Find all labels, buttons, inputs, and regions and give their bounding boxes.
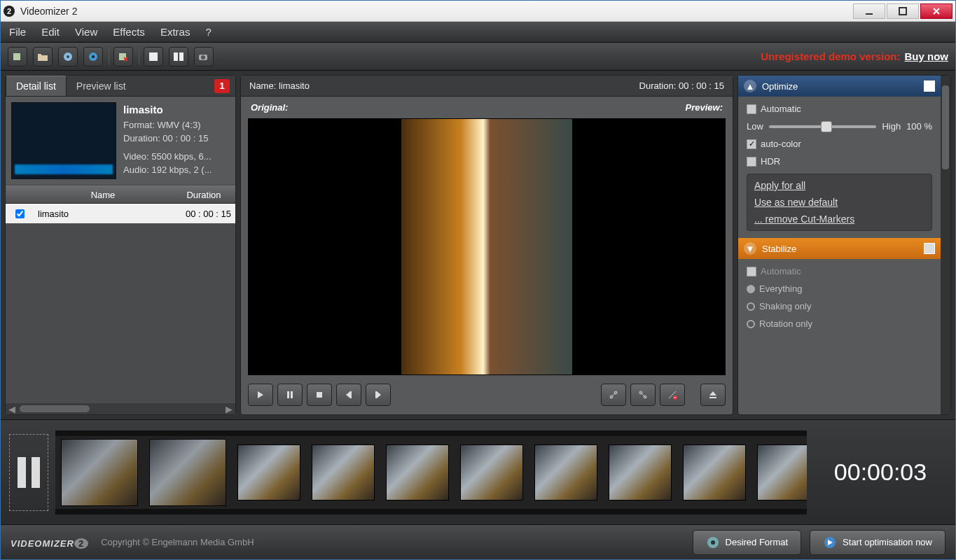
start-optimisation-button[interactable]: Start optimisation now bbox=[810, 530, 945, 555]
step-back-button[interactable] bbox=[336, 384, 361, 406]
filmstrip-frame[interactable] bbox=[683, 444, 746, 500]
maximize-button[interactable] bbox=[887, 4, 919, 19]
col-name[interactable]: Name bbox=[34, 190, 172, 200]
automatic-checkbox[interactable]: Automatic bbox=[747, 104, 932, 114]
filmstrip-frame[interactable] bbox=[61, 439, 138, 506]
stabilize-enable-checkbox[interactable] bbox=[924, 243, 935, 254]
col-duration[interactable]: Duration bbox=[172, 190, 235, 200]
titlebar: 2 Videomizer 2 bbox=[1, 1, 955, 22]
toolbar-split-view-icon[interactable] bbox=[169, 47, 188, 66]
percent-label: 100 % bbox=[906, 121, 932, 132]
low-label: Low bbox=[747, 121, 763, 132]
svg-rect-16 bbox=[350, 391, 352, 398]
detail-item[interactable]: limasito Format: WMV (4:3) Duration: 00 … bbox=[6, 97, 235, 186]
filmstrip-frame[interactable] bbox=[534, 444, 597, 500]
eject-button[interactable] bbox=[700, 384, 726, 406]
desired-format-button[interactable]: Desired Format bbox=[693, 530, 802, 555]
toolbar-camera-icon[interactable] bbox=[194, 47, 214, 66]
tab-preview-list[interactable]: Preview list bbox=[67, 76, 136, 96]
svg-rect-2 bbox=[13, 53, 20, 60]
filmstrip-frame[interactable] bbox=[460, 444, 523, 500]
close-button[interactable] bbox=[920, 4, 952, 19]
menu-help[interactable]: ? bbox=[205, 26, 211, 38]
stabilize-header[interactable]: ▼ Stabilize bbox=[738, 238, 941, 259]
preview-label: Preview: bbox=[686, 102, 723, 113]
filmstrip[interactable] bbox=[55, 430, 807, 514]
original-label: Original: bbox=[251, 102, 288, 113]
cut-end-button[interactable] bbox=[630, 384, 656, 406]
filmstrip-frame[interactable] bbox=[386, 444, 449, 500]
toolbar-single-view-icon[interactable] bbox=[144, 47, 163, 66]
preview-panel: Name: limasito Duration: 00 : 00 : 15 Or… bbox=[240, 75, 733, 415]
radio-rotation[interactable]: Rotation only bbox=[747, 318, 932, 329]
row-duration: 00 : 00 : 15 bbox=[172, 209, 235, 219]
stop-button[interactable] bbox=[307, 384, 332, 406]
toolbar-disc2-icon[interactable] bbox=[83, 47, 103, 66]
radio-shaking[interactable]: Shaking only bbox=[747, 301, 932, 312]
horizontal-scrollbar[interactable]: ◀▶ bbox=[6, 403, 235, 414]
row-checkbox[interactable] bbox=[15, 209, 25, 218]
stabilize-automatic-label: Automatic bbox=[761, 266, 801, 276]
toolbar-add-file-icon[interactable] bbox=[8, 47, 27, 66]
gear-icon bbox=[706, 536, 720, 550]
menu-file[interactable]: File bbox=[9, 26, 26, 38]
footer: VIDEOMIZER2 Copyright © Engelmann Media … bbox=[1, 524, 955, 559]
preview-name-label: Name: limasito bbox=[249, 80, 310, 91]
playback-controls bbox=[248, 381, 726, 409]
optimize-enable-checkbox[interactable]: ✓ bbox=[924, 80, 935, 92]
item-audio-info: Audio: 192 kbps, 2 (... bbox=[123, 163, 212, 177]
high-label: High bbox=[882, 121, 901, 132]
toolbar: Unregistered demo version: Buy now bbox=[1, 43, 955, 71]
timeline-pause-indicator[interactable] bbox=[9, 434, 48, 511]
use-default-link[interactable]: Use as new default bbox=[754, 197, 924, 208]
chevron-up-icon: ▲ bbox=[744, 80, 756, 92]
tab-detail-list[interactable]: Detail list bbox=[6, 76, 67, 96]
auto-color-checkbox[interactable]: auto-color bbox=[747, 139, 932, 149]
hdr-checkbox[interactable]: HDR bbox=[747, 156, 932, 167]
step-fwd-button[interactable] bbox=[366, 384, 391, 406]
toolbar-add-folder-icon[interactable] bbox=[33, 47, 53, 66]
remove-cutmarkers-link[interactable]: ... remove Cut-Markers bbox=[754, 214, 924, 225]
window-title: Videomizer 2 bbox=[20, 6, 853, 17]
menu-effects[interactable]: Effects bbox=[113, 26, 145, 38]
item-name: limasito bbox=[123, 102, 212, 118]
quality-slider[interactable] bbox=[769, 125, 877, 128]
stabilize-automatic-checkbox[interactable]: Automatic bbox=[747, 266, 932, 276]
menu-edit[interactable]: Edit bbox=[41, 26, 60, 38]
svg-rect-8 bbox=[149, 52, 158, 61]
minimize-button[interactable] bbox=[853, 4, 885, 19]
menu-extras[interactable]: Extras bbox=[160, 26, 190, 38]
svg-rect-9 bbox=[174, 52, 178, 61]
cut-remove-button[interactable] bbox=[660, 384, 685, 406]
radio-everything[interactable]: Everything bbox=[747, 284, 932, 294]
preview-duration-label: Duration: 00 : 00 : 15 bbox=[639, 80, 724, 91]
cut-marker-start[interactable] bbox=[55, 430, 62, 436]
toolbar-remove-icon[interactable] bbox=[113, 47, 133, 66]
list-count-badge: 1 bbox=[214, 79, 230, 93]
filmstrip-frame[interactable] bbox=[757, 444, 807, 500]
table-header: Name Duration bbox=[6, 186, 235, 204]
start-icon bbox=[823, 536, 837, 550]
filmstrip-frame[interactable] bbox=[237, 444, 300, 500]
svg-rect-19 bbox=[709, 397, 716, 398]
buy-now-link[interactable]: Buy now bbox=[905, 50, 949, 62]
timeline: 00:00:03 bbox=[1, 419, 955, 524]
optimize-header[interactable]: ▲ Optimize ✓ bbox=[738, 76, 941, 97]
play-button[interactable] bbox=[248, 384, 273, 406]
video-preview[interactable] bbox=[248, 118, 726, 375]
timeline-timer: 00:00:03 bbox=[814, 458, 947, 486]
menu-view[interactable]: View bbox=[75, 26, 97, 38]
item-format: Format: WMV (4:3) bbox=[123, 118, 212, 132]
filmstrip-frame[interactable] bbox=[149, 439, 226, 506]
filmstrip-frame[interactable] bbox=[609, 444, 672, 500]
apply-all-link[interactable]: Apply for all bbox=[754, 180, 924, 191]
toolbar-separator bbox=[109, 48, 109, 65]
cut-start-button[interactable] bbox=[601, 384, 626, 406]
vertical-scrollbar[interactable] bbox=[941, 76, 950, 414]
pause-button[interactable] bbox=[277, 384, 303, 406]
table-row[interactable]: limasito 00 : 00 : 15 bbox=[6, 204, 235, 223]
cut-marker-end[interactable] bbox=[800, 430, 807, 436]
toolbar-disc-icon[interactable] bbox=[58, 47, 78, 66]
filmstrip-frame[interactable] bbox=[312, 444, 375, 500]
automatic-label: Automatic bbox=[761, 104, 801, 114]
